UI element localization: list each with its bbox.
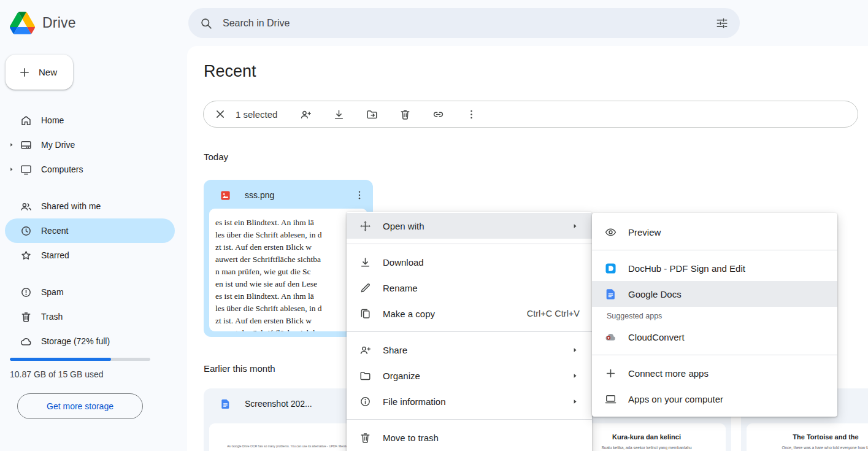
context-menu: Open with Download Rename Make a copy Ct… [347, 212, 592, 451]
cloudconvert-app-icon [604, 331, 617, 344]
sidebar-item-shared-with-me[interactable]: Shared with me [5, 194, 175, 218]
sidebar: New Home My Drive Computers [0, 46, 187, 451]
drive-logo-icon [10, 12, 35, 34]
plus-icon [604, 367, 617, 380]
submenu-arrow-icon [570, 222, 580, 231]
submenu-arrow-icon [570, 345, 580, 355]
selection-toolbar: 1 selected [203, 101, 858, 128]
search-bar[interactable] [188, 8, 740, 38]
menu-item-connect-more-apps[interactable]: Connect more apps [592, 360, 837, 386]
open-with-submenu: Preview DocHub - PDF Sign and Edit Googl… [592, 213, 837, 417]
search-icon[interactable] [199, 17, 213, 30]
menu-item-make-a-copy[interactable]: Make a copy Ctrl+C Ctrl+V [347, 301, 592, 326]
folder-icon [359, 369, 372, 382]
sidebar-item-recent[interactable]: Recent [5, 218, 175, 243]
menu-item-share[interactable]: Share [347, 337, 592, 363]
sidebar-item-label: Spam [41, 287, 64, 297]
keyboard-shortcut: Ctrl+C Ctrl+V [527, 309, 580, 318]
sidebar-item-trash[interactable]: Trash [5, 304, 175, 329]
expand-arrow-icon[interactable] [8, 166, 15, 173]
storage-progress-bar [10, 358, 150, 361]
cloud-storage-icon [20, 335, 33, 348]
menu-item-rename[interactable]: Rename [347, 275, 592, 301]
clear-selection-icon[interactable] [213, 107, 227, 121]
menu-item-preview[interactable]: Preview [592, 219, 837, 245]
laptop-icon [604, 393, 617, 406]
sidebar-item-label: Shared with me [41, 201, 101, 211]
sidebar-item-label: Trash [41, 312, 63, 322]
rename-pencil-icon [359, 282, 372, 295]
expand-arrow-icon[interactable] [8, 142, 15, 148]
file-card-header: sss.png [204, 180, 373, 210]
sidebar-item-starred[interactable]: Starred [5, 243, 175, 268]
google-drive-screen: Drive New Home My Drive [0, 0, 868, 451]
trash-icon [359, 431, 372, 444]
menu-item-download[interactable]: Download [347, 249, 592, 275]
file-preview-thumbnail: es ist ein Blindtext. An ihm lä les über… [209, 209, 367, 331]
file-more-options-icon[interactable] [353, 189, 366, 201]
menu-item-file-information[interactable]: File information [347, 388, 592, 414]
share-person-add-icon [359, 344, 372, 357]
docs-file-icon [220, 398, 231, 410]
menu-separator [347, 244, 592, 244]
info-icon [359, 395, 372, 408]
sidebar-item-label: Home [41, 115, 64, 125]
sidebar-item-home[interactable]: Home [5, 108, 175, 133]
dochub-app-icon [604, 262, 617, 275]
new-button-label: New [39, 67, 57, 77]
sidebar-item-storage[interactable]: Storage (72% full) [5, 329, 175, 353]
new-button[interactable]: New [6, 55, 73, 90]
storage-usage-text: 10.87 GB of 15 GB used [10, 369, 104, 379]
open-with-icon [359, 220, 372, 233]
clock-icon [20, 225, 33, 237]
sidebar-item-label: My Drive [41, 140, 75, 150]
trash-icon[interactable] [399, 108, 412, 121]
sidebar-item-my-drive[interactable]: My Drive [5, 133, 175, 157]
plus-icon [18, 66, 31, 79]
my-drive-icon [20, 139, 33, 152]
menu-item-apps-on-your-computer[interactable]: Apps on your computer [592, 386, 837, 412]
page-title: Recent [204, 62, 256, 81]
selection-count: 1 selected [236, 109, 277, 120]
storage-progress-fill [10, 358, 111, 361]
copy-link-icon[interactable] [432, 108, 445, 121]
menu-separator [347, 331, 592, 332]
sidebar-nav: Home My Drive Computers Shared with me [0, 108, 187, 366]
get-more-storage-button[interactable]: Get more storage [17, 393, 143, 419]
eye-preview-icon [604, 226, 617, 239]
image-file-icon [220, 190, 231, 201]
download-icon [359, 256, 372, 269]
copy-icon [359, 307, 372, 320]
sidebar-item-label: Starred [41, 250, 69, 260]
sidebar-item-spam[interactable]: Spam [5, 280, 175, 304]
menu-item-open-with[interactable]: Open with [347, 213, 592, 239]
menu-item-cloudconvert[interactable]: CloudConvert [592, 324, 837, 350]
star-icon [20, 249, 33, 262]
menu-separator [592, 250, 837, 250]
drive-home-link[interactable]: Drive [10, 0, 76, 46]
people-icon [20, 200, 33, 213]
menu-item-dochub[interactable]: DocHub - PDF Sign and Edit [592, 255, 837, 281]
sidebar-item-computers[interactable]: Computers [5, 157, 175, 182]
more-actions-icon[interactable] [465, 108, 478, 121]
search-input[interactable] [223, 18, 705, 29]
submenu-arrow-icon [570, 371, 580, 380]
sidebar-item-label: Storage (72% full) [41, 336, 110, 346]
file-preview-thumbnail: As Google Drive OCR has so many problems… [209, 423, 367, 451]
toolbar-actions [299, 108, 478, 121]
share-person-add-icon[interactable] [299, 108, 312, 121]
trash-icon [20, 310, 33, 323]
file-name: sss.png [245, 190, 340, 200]
sidebar-item-label: Recent [41, 226, 68, 236]
menu-item-move-to-trash[interactable]: Move to trash [347, 425, 592, 450]
section-earlier-this-month: Earlier this month [204, 363, 275, 374]
computers-icon [20, 163, 33, 176]
spam-alert-icon [20, 286, 33, 299]
section-today: Today [204, 152, 228, 162]
search-options-icon[interactable] [715, 17, 729, 30]
menu-separator [347, 419, 592, 420]
menu-item-organize[interactable]: Organize [347, 363, 592, 388]
menu-item-google-docs[interactable]: Google Docs [592, 281, 837, 307]
move-to-folder-icon[interactable] [366, 108, 378, 121]
download-icon[interactable] [332, 108, 345, 121]
